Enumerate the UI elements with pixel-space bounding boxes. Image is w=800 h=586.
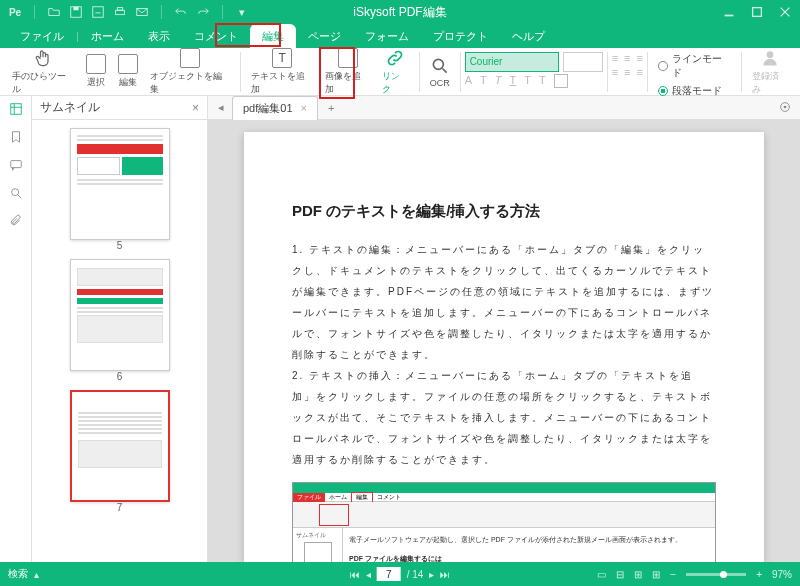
tool-ocr-label: OCR [430,78,450,88]
tool-edit-object[interactable]: オブジェクトを編集 [144,48,236,96]
thumbnail-header: サムネイル × [32,96,207,120]
zoom-slider[interactable] [686,573,746,576]
user-icon [760,48,780,68]
app-badge: Pe [8,5,22,19]
link-icon [385,48,405,68]
prev-page-icon[interactable]: ◂ [366,569,371,580]
menu-form[interactable]: フォーム [353,24,421,48]
thumbnails-icon[interactable] [9,102,23,116]
radio-line-mode[interactable]: ラインモード [658,52,731,80]
menu-bar: ファイル | ホーム 表示 コメント 編集 ページ フォーム プロテクト ヘルプ [0,24,800,48]
last-page-icon[interactable]: ⏭ [440,569,450,580]
undo-icon[interactable] [174,5,188,19]
close-panel-icon[interactable]: × [192,101,199,115]
divider-icon [34,5,35,19]
align-icon[interactable]: ≡ [636,66,642,78]
menu-home[interactable]: ホーム [79,24,136,48]
align-justify-icon[interactable]: ≡ [612,66,618,78]
menu-protect[interactable]: プロテクト [421,24,500,48]
view-facing-cont-icon[interactable]: ⊞ [652,569,660,580]
dropdown-icon[interactable]: ▾ [235,5,249,19]
tab-prev-icon[interactable]: ◂ [214,101,228,114]
minimize-icon[interactable] [722,5,736,19]
text-style-icon[interactable]: T [480,74,487,88]
tool-register[interactable]: 登録済み [746,48,794,96]
pdf-page: PDF のテキストを編集/挿入する方法 1. テキストの編集：メニューバーにある… [244,132,764,562]
thumbnail-item[interactable]: 6 [70,259,170,382]
status-search-label[interactable]: 検索 [8,567,28,581]
add-text-icon: T [272,48,292,68]
document-viewport[interactable]: PDF のテキストを編集/挿入する方法 1. テキストの編集：メニューバーにある… [208,120,800,562]
thumbnail-panel: サムネイル × 5 6 7 [32,96,208,562]
tool-link[interactable]: リンク [376,48,415,96]
radio-para-mode[interactable]: 段落モード [658,84,722,98]
view-facing-icon[interactable]: ⊞ [634,569,642,580]
next-page-icon[interactable]: ▸ [429,569,434,580]
menu-edit[interactable]: 編集 [250,24,296,48]
redo-icon[interactable] [196,5,210,19]
menu-view[interactable]: 表示 [136,24,182,48]
chevron-up-icon[interactable]: ▴ [34,569,39,580]
bookmark-icon[interactable] [9,130,23,144]
tool-edit[interactable]: 編集 [112,48,144,96]
thumbnail-page [70,259,170,371]
tool-select[interactable]: 選択 [80,48,112,96]
para-mode-label: 段落モード [672,84,722,98]
thumbnail-item[interactable]: 7 [70,390,170,513]
align-left-icon[interactable]: ≡ [612,52,618,64]
edit-object-icon [180,48,200,68]
svg-rect-4 [117,8,122,11]
print-icon[interactable] [113,5,127,19]
document-tab-bar: ◂ pdf編集01 × + [208,96,800,120]
tool-add-image[interactable]: 画像を追加 [319,48,376,96]
menu-file[interactable]: ファイル [8,24,76,48]
menu-page[interactable]: ページ [296,24,353,48]
attachment-icon[interactable] [9,214,23,228]
zoom-out-icon[interactable]: − [670,569,676,580]
tool-edit-object-label: オブジェクトを編集 [150,70,230,96]
zoom-slider-thumb[interactable] [720,571,727,578]
align-icon[interactable]: ≡ [624,66,630,78]
open-icon[interactable] [47,5,61,19]
page-number-input[interactable] [377,567,401,581]
thumbnail-item[interactable]: 5 [70,128,170,251]
zoom-level-label: 97% [772,569,792,580]
save-icon[interactable] [69,5,83,19]
zoom-in-icon[interactable]: + [756,569,762,580]
font-size-select[interactable] [563,52,603,72]
view-single-icon[interactable]: ▭ [597,569,606,580]
tool-ocr[interactable]: OCR [424,48,456,96]
comment-icon[interactable] [9,158,23,172]
align-right-icon[interactable]: ≡ [636,52,642,64]
text-style-icon[interactable]: T [539,74,546,88]
tool-hand[interactable]: 手のひらツール [6,48,80,96]
text-color-icon[interactable] [554,74,568,88]
tool-add-text[interactable]: Tテキストを追加 [245,48,319,96]
embedded-sidebar-title: サムネイル [296,532,326,538]
menu-comment[interactable]: コメント [182,24,250,48]
thumbnail-page [70,128,170,240]
add-tab-icon[interactable]: + [322,102,340,114]
search-icon[interactable] [9,186,23,200]
text-style-icon[interactable]: T [524,74,531,88]
ocr-icon [430,56,450,76]
text-style-icon[interactable]: T [509,74,516,88]
bold-icon[interactable]: A [465,74,472,88]
font-select[interactable] [465,52,559,72]
app-title: iSkysoft PDF編集 [353,4,446,21]
close-icon[interactable] [778,5,792,19]
close-tab-icon[interactable]: × [301,102,307,114]
document-tab[interactable]: pdf編集01 × [232,96,318,120]
text-style-icon[interactable]: T [495,74,502,88]
menu-help[interactable]: ヘルプ [500,24,557,48]
thumbnail-list[interactable]: 5 6 7 [32,120,207,562]
save-as-icon[interactable] [91,5,105,19]
mail-icon[interactable] [135,5,149,19]
view-continuous-icon[interactable]: ⊟ [616,569,624,580]
align-center-icon[interactable]: ≡ [624,52,630,64]
registered-label: 登録済み [752,70,788,96]
line-mode-label: ラインモード [672,52,731,80]
maximize-icon[interactable] [750,5,764,19]
tab-settings-icon[interactable] [778,100,792,116]
first-page-icon[interactable]: ⏮ [350,569,360,580]
